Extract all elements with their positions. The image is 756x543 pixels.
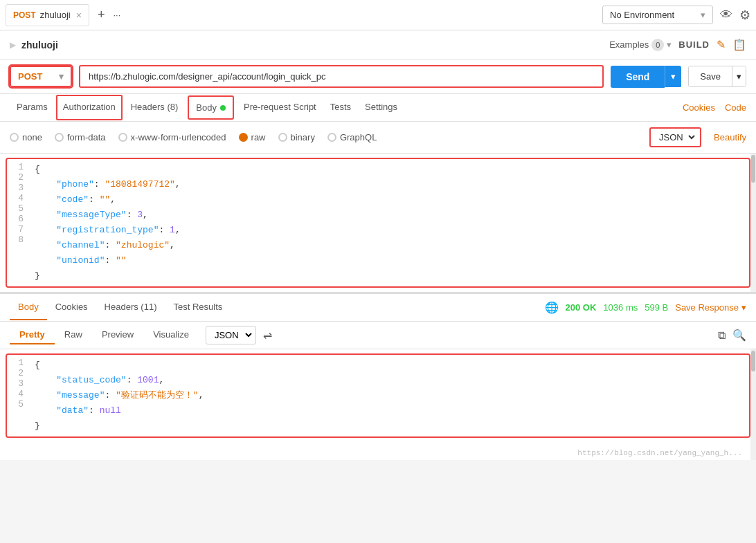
settings-icon[interactable]: ⚙ [739,8,750,23]
save-response-label: Save Response [675,302,739,313]
radio-formdata-icon [55,133,64,142]
watermark: https://blog.csdn.net/yang_yang_h... [577,449,742,457]
response-section: Body Cookies Headers (11) Test Results 🌐… [0,294,756,460]
code-line-1: { [35,162,742,177]
current-tab[interactable]: POST zhuluoji × [6,4,89,26]
code-line-6: "channel": "zhulogic", [35,238,742,253]
tab-close[interactable]: × [76,10,82,21]
resp-tab-body[interactable]: Body [10,295,47,320]
fmt-tab-preview[interactable]: Preview [92,326,143,344]
wrap-icon[interactable]: ⇌ [263,329,272,342]
status-ok-badge: 200 OK [566,302,597,313]
resp-tab-testresults[interactable]: Test Results [165,295,231,320]
save-dropdown-arrow[interactable]: ▾ [732,66,746,86]
env-section: No Environment ▾ 👁 ⚙ [602,6,750,24]
code-line-8: } [35,268,742,284]
globe-icon: 🌐 [545,301,559,314]
send-button-group: Send ▾ [611,66,681,88]
request-bar-right: Examples 0 ▾ BUILD ✎ 📋 [609,38,746,51]
send-button[interactable]: Send [611,66,665,88]
radio-none-icon [10,133,19,142]
radio-raw-label: raw [251,132,266,142]
radio-raw-icon [239,133,248,142]
editor-scrollbar[interactable] [750,154,756,292]
radio-binary-label: binary [291,132,315,142]
response-body-editor: 12345 { "status_code": 1001, "message": … [0,349,756,460]
tab-params[interactable]: Params [10,95,55,120]
resp-editor-right: ⧉ 🔍 [718,329,746,342]
json-select[interactable]: JSON [654,130,697,145]
search-icon[interactable]: 🔍 [732,329,746,342]
request-name: zhuluoji [21,39,58,50]
radio-binary[interactable]: binary [278,132,315,142]
tab-method: POST [13,10,36,20]
fmt-select[interactable]: JSON [208,328,254,342]
fmt-tab-raw[interactable]: Raw [55,326,92,344]
tab-name: zhuluoji [40,10,71,20]
examples-label: Examples [609,39,649,50]
url-input[interactable] [79,65,604,88]
env-arrow-icon: ▾ [701,10,705,20]
examples-arrow-icon: ▾ [667,39,672,50]
code-line-5: "registration_type": 1, [35,223,742,238]
beautify-button[interactable]: Beautify [714,132,746,142]
code-link[interactable]: Code [725,102,746,113]
edit-icon[interactable]: ✎ [717,38,726,51]
examples-count: 0 [651,39,664,51]
save-response-button[interactable]: Save Response ▾ [675,302,746,313]
fmt-tab-visualize[interactable]: Visualize [143,326,199,344]
radio-graphql[interactable]: GraphQL [327,132,377,142]
save-button-group: Save ▾ [688,66,746,87]
env-dropdown[interactable]: No Environment ▾ [602,6,713,24]
send-dropdown-arrow[interactable]: ▾ [665,66,681,87]
code-line-7: "unionid": "" [35,253,742,268]
response-time: 1036 ms [603,302,638,313]
body-dot-icon [220,105,226,111]
save-response-arrow-icon: ▾ [741,302,746,313]
response-line-numbers: 12345 [10,358,30,434]
radio-raw[interactable]: raw [239,132,266,142]
examples-section[interactable]: Examples 0 ▾ [609,39,672,51]
request-code[interactable]: { "phone": "18081497712", "code": "", "m… [30,162,746,284]
method-label: POST [18,71,42,82]
method-arrow-icon: ▾ [59,71,64,82]
code-line-4: "messageType": 3, [35,208,742,223]
radio-formdata[interactable]: form-data [55,132,106,142]
request-line-numbers: 12345678 [10,162,30,284]
copy-icon[interactable]: ⧉ [718,329,726,342]
radio-binary-icon [278,133,287,142]
new-tab-button[interactable]: + [93,8,109,22]
method-dropdown[interactable]: POST ▾ [10,66,72,87]
tabs-more-icon[interactable]: ··· [113,10,120,20]
request-body-editor: 12345678 { "phone": "18081497712", "code… [0,154,756,294]
tab-tests[interactable]: Tests [323,95,358,120]
fmt-select-wrap[interactable]: JSON [206,326,256,344]
radio-none-label: none [22,132,42,142]
tab-headers[interactable]: Headers (8) [124,95,186,120]
tab-right-links: Cookies Code [683,102,746,113]
code-line-2: "phone": "18081497712", [35,177,742,192]
build-button[interactable]: BUILD [678,39,710,50]
eye-icon[interactable]: 👁 [720,8,732,22]
tab-prerequest[interactable]: Pre-request Script [237,95,323,120]
save-button[interactable]: Save [689,66,732,86]
response-size: 599 B [645,302,668,313]
radio-formdata-label: form-data [67,132,106,142]
tab-authorization[interactable]: Authorization [56,95,123,120]
fmt-tab-pretty[interactable]: Pretty [10,326,55,344]
response-scrollbar[interactable] [750,349,756,460]
response-status-section: 🌐 200 OK 1036 ms 599 B Save Response ▾ [545,301,746,314]
json-format-dropdown[interactable]: JSON [649,127,701,147]
radio-urlencoded-icon [118,133,127,142]
radio-none[interactable]: none [10,132,42,142]
notes-icon[interactable]: 📋 [732,38,746,51]
cookies-link[interactable]: Cookies [683,102,715,113]
resp-tab-headers[interactable]: Headers (11) [96,295,165,320]
body-label: Body [196,102,217,113]
tab-settings[interactable]: Settings [358,95,404,120]
code-line-3: "code": "", [35,192,742,208]
resp-tab-cookies[interactable]: Cookies [47,295,96,320]
radio-urlencoded[interactable]: x-www-form-urlencoded [118,132,226,142]
radio-urlencoded-label: x-www-form-urlencoded [131,132,226,142]
tab-body[interactable]: Body [188,95,234,120]
